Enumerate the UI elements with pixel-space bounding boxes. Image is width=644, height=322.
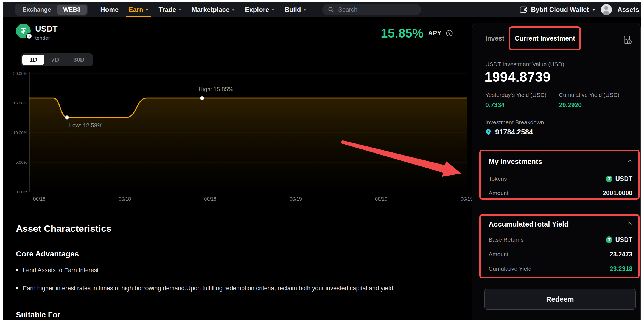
x-axis-tick: 06/19: [290, 196, 302, 202]
nav-item-explore[interactable]: Explore: [245, 2, 275, 17]
token-symbol: USDT: [35, 24, 58, 33]
wallet-icon: [519, 6, 528, 13]
x-axis-tick: 06/19: [460, 196, 472, 202]
nav-item-home[interactable]: Home: [100, 2, 119, 17]
chevron-up-icon[interactable]: [628, 222, 632, 225]
location-pin-icon: [485, 129, 491, 135]
investment-value: 1994.8739: [485, 69, 551, 85]
search-placeholder: Search: [338, 6, 357, 13]
section-divider: [16, 301, 468, 301]
token-subtitle: tender: [35, 35, 58, 41]
x-axis-tick: 06/19: [375, 196, 387, 202]
core-advantages-list: Lend Assets to Earn InterestEarn higher …: [16, 267, 461, 303]
high-label: High: 15.85%: [198, 86, 233, 92]
advantage-bullet: Earn higher interest rates in times of h…: [16, 285, 461, 292]
svg-text:?: ?: [448, 31, 451, 35]
y-axis-tick: 0.00%: [15, 190, 27, 194]
assets-link[interactable]: Assets: [617, 6, 639, 13]
token-badge-icon: ₮: [26, 33, 32, 39]
usdt-token-icon: ₮ ₮: [16, 24, 31, 38]
tether-glyph: ₮: [21, 26, 26, 36]
search-bar[interactable]: Search: [322, 4, 421, 15]
product-toggle: Exchange WEB3: [15, 4, 88, 16]
x-axis-tick: 06/18: [119, 196, 131, 202]
nav-item-marketplace[interactable]: Marketplace: [192, 2, 235, 17]
tab-invest[interactable]: Invest: [485, 35, 504, 42]
chevron-down-icon: [271, 9, 275, 11]
avatar[interactable]: [601, 4, 612, 15]
chevron-down-icon: [232, 9, 235, 11]
my-investments-rows: Tokens₮USDTAmount2001.0000: [489, 175, 632, 197]
card-row-base-returns: Base Returns₮USDT: [489, 236, 632, 244]
web3-toggle[interactable]: WEB3: [57, 5, 87, 15]
breakdown-value: 91784.2584: [495, 128, 533, 136]
my-investments-card: My Investments Tokens₮USDTAmount2001.000…: [489, 157, 632, 197]
question-circle-icon[interactable]: ?: [446, 30, 453, 37]
breakdown-label: Investment Breakdown: [485, 119, 544, 126]
cumulative-yield-value: 29.2920: [559, 101, 582, 109]
high-point-marker: [200, 96, 204, 100]
chevron-up-icon[interactable]: [628, 160, 632, 162]
cumulative-yield-label: Cumulative Yield (USD): [559, 92, 620, 98]
core-advantages-title: Core Advantages: [16, 250, 79, 258]
top-nav: Exchange WEB3 HomeEarnTradeMarketplaceEx…: [3, 2, 641, 17]
timeframe-tab-7d[interactable]: 7D: [44, 55, 66, 65]
asset-characteristics-title: Asset Characteristics: [16, 223, 111, 234]
annotation-box-current-investment: Current Investment: [509, 26, 581, 50]
y-axis-tick: 15.00%: [13, 101, 27, 105]
x-axis-tick: 06/18: [33, 196, 45, 202]
tab-divider: [485, 53, 634, 53]
x-axis-tick: 06/18: [204, 196, 216, 202]
apy-line-chart: 20.00%15.00%10.00%5.00%0.00%06/1806/1806…: [11, 70, 472, 207]
timeframe-tab-30d[interactable]: 30D: [66, 55, 91, 65]
wallet-label: Bybit Cloud Wallet: [531, 6, 589, 13]
nav-item-trade[interactable]: Trade: [159, 2, 182, 17]
suitable-for-title: Suitable For: [16, 310, 60, 319]
y-axis-tick: 10.00%: [13, 130, 27, 135]
chevron-down-icon: [303, 9, 306, 11]
search-icon: [328, 6, 334, 13]
chevron-down-icon: [592, 9, 595, 11]
nav-right: Bybit Cloud Wallet Assets: [519, 4, 641, 15]
timeframe-tab-1d[interactable]: 1D: [22, 55, 44, 65]
card-row-tokens: Tokens₮USDT: [489, 175, 632, 183]
apy-label: APY: [428, 29, 441, 37]
apy-chart: 20.00%15.00%10.00%5.00%0.00%06/1806/1806…: [11, 70, 472, 207]
card-row-amount: Amount23.2473: [489, 250, 632, 258]
accumulated-yield-title: AccumulatedTotal Yield: [489, 220, 632, 228]
exchange-toggle[interactable]: Exchange: [16, 5, 57, 15]
y-axis-tick: 5.00%: [15, 160, 27, 165]
yesterday-yield-label: Yesterday's Yield (USD): [485, 92, 547, 98]
low-point-marker: [65, 115, 69, 120]
my-investments-title: My Investments: [489, 157, 632, 166]
apy-block: 15.85% APY ?: [381, 26, 453, 41]
nav-item-build[interactable]: Build: [284, 2, 306, 17]
app-window: Exchange WEB3 HomeEarnTradeMarketplaceEx…: [3, 2, 641, 320]
nav-item-earn[interactable]: Earn: [128, 2, 149, 17]
chevron-down-icon: [145, 9, 149, 11]
chevron-down-icon: [178, 9, 182, 11]
yesterday-yield-value: 0.7334: [485, 101, 505, 109]
redeem-button[interactable]: Redeem: [484, 289, 636, 310]
card-row-cumulative-yield: Cumulative Yield23.2318: [489, 265, 632, 273]
tab-current-investment[interactable]: Current Investment: [515, 35, 575, 42]
accumulated-yield-card: AccumulatedTotal Yield Base Returns₮USDT…: [489, 220, 632, 273]
timeframe-tabs: 1D7D30D: [21, 53, 93, 66]
breakdown-row: 91784.2584: [485, 128, 533, 136]
history-record-icon[interactable]: [623, 35, 632, 45]
investment-value-label: USDT Investment Value (USD): [485, 61, 564, 67]
usdt-token-icon: ₮: [606, 176, 612, 182]
wallet-menu[interactable]: Bybit Cloud Wallet: [519, 6, 595, 13]
y-axis-tick: 20.00%: [13, 71, 27, 76]
usdt-token-icon: ₮: [606, 236, 612, 243]
card-row-amount: Amount2001.0000: [489, 189, 632, 197]
token-header: ₮ ₮ USDT tender: [16, 24, 58, 41]
accumulated-yield-rows: Base Returns₮USDTAmount23.2473Cumulative…: [489, 236, 632, 273]
nav-menu: HomeEarnTradeMarketplaceExploreBuild: [100, 2, 307, 17]
active-tab-underline: [126, 16, 151, 17]
apy-value: 15.85%: [381, 26, 424, 41]
advantage-bullet: Lend Assets to Earn Interest: [16, 267, 461, 274]
low-label: Low: 12.58%: [69, 122, 102, 128]
token-titles: USDT tender: [35, 24, 58, 41]
